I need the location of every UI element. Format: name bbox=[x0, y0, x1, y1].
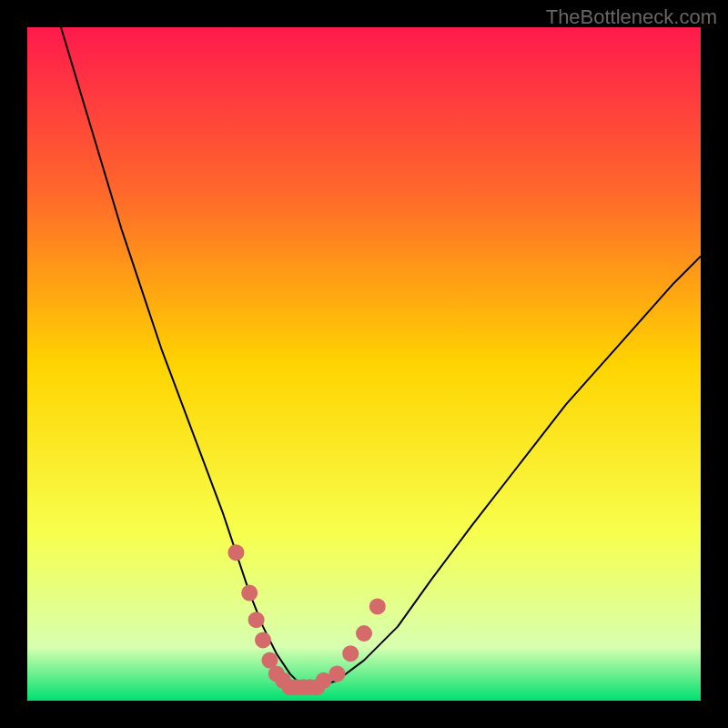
marker-dot bbox=[329, 665, 345, 682]
chart-plot-area bbox=[27, 27, 701, 701]
marker-dot bbox=[369, 598, 386, 614]
watermark-label: TheBottleneck.com bbox=[546, 5, 717, 29]
marker-dot bbox=[248, 612, 265, 628]
chart-background bbox=[27, 27, 701, 701]
marker-dot bbox=[228, 544, 244, 561]
marker-dot bbox=[356, 625, 372, 642]
chart-svg bbox=[27, 27, 701, 701]
marker-dot bbox=[342, 645, 359, 662]
marker-dot bbox=[241, 585, 258, 602]
marker-dot bbox=[255, 632, 271, 648]
